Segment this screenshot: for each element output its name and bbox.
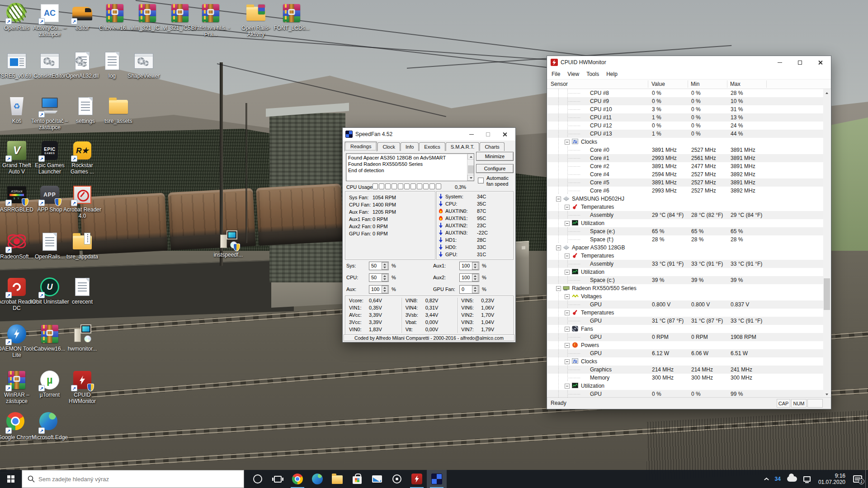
collapse-toggle[interactable]	[565, 294, 570, 299]
sensor-node-powers[interactable]: Powers	[547, 341, 823, 349]
sensor-node-fans[interactable]: Fans	[547, 325, 823, 333]
sensor-node-utilization[interactable]: Utilization	[547, 382, 823, 390]
desktop-icon-instspeedf-[interactable]: instspeedf...	[209, 230, 248, 258]
taskbar-icon-explorer[interactable]	[327, 470, 347, 488]
sensor-row-core-2[interactable]: Core #23891 MHz2477 MHz3891 MHz	[547, 162, 823, 170]
sensor-row-gpu[interactable]: GPU0.800 V0.800 V0.837 V	[547, 300, 823, 309]
sensor-row-cpu-11[interactable]: CPU #111 %0 %13 %	[547, 113, 823, 122]
vertical-scrollbar[interactable]	[823, 89, 830, 398]
taskbar-icon-mail[interactable]	[367, 470, 387, 488]
collapse-toggle[interactable]	[565, 253, 570, 258]
column-header-max[interactable]: Max	[730, 81, 741, 87]
action-center-icon[interactable]: 1	[850, 470, 865, 488]
minimize-app-button[interactable]: Minimize	[476, 152, 514, 161]
scrollbar-thumb[interactable]	[468, 165, 474, 174]
maximize-button[interactable]	[790, 56, 810, 69]
scroll-up-icon[interactable]	[823, 89, 830, 97]
desktop-icon-tsre-assets[interactable]: tsre_assets	[99, 96, 138, 124]
column-header-value[interactable]: Value	[651, 81, 665, 87]
collapse-toggle[interactable]	[565, 221, 570, 226]
sensor-node-radeon-rx550-550-series[interactable]: Radeon RX550/550 Series	[547, 284, 823, 292]
tab-charts[interactable]: Charts	[480, 142, 504, 151]
tab-readings[interactable]: Readings	[344, 141, 377, 151]
scrollbar-thumb[interactable]	[824, 278, 830, 310]
collapse-toggle[interactable]	[556, 197, 561, 202]
sensor-row-space-e-[interactable]: Space (e:)65 %65 %65 %	[547, 227, 823, 235]
spinner-updown-buttons[interactable]	[472, 274, 478, 282]
collapse-toggle[interactable]	[565, 140, 570, 145]
desktop-icon-rockstar-games-[interactable]: R★Rockstar Games ...	[63, 140, 102, 175]
taskbar-icon-hwmonitor[interactable]	[407, 470, 427, 488]
menu-view[interactable]: View	[564, 70, 583, 79]
sensor-row-assembly[interactable]: Assembly33 °C (91 °F)33 °C (91 °F)33 °C …	[547, 260, 823, 268]
search-input[interactable]	[38, 476, 219, 483]
desktop-icon-tsre-appdata[interactable]: tsre_appdata	[63, 231, 102, 260]
taskbar-icon-edge[interactable]	[307, 470, 327, 488]
sensor-row-core-0[interactable]: Core #03891 MHz2527 MHz3891 MHz	[547, 146, 823, 154]
start-button[interactable]	[0, 470, 22, 488]
desktop-icon-font-lcds-[interactable]: FONT_LCDs...	[272, 3, 311, 31]
taskbar-icon-chrome[interactable]	[288, 470, 307, 488]
taskbar-icon-ring[interactable]	[387, 470, 407, 488]
collapse-toggle[interactable]	[556, 286, 561, 291]
close-button[interactable]	[810, 56, 830, 69]
desktop-icon-shapeviewer[interactable]: ShapeViewer	[124, 51, 163, 79]
column-header-sensor[interactable]: Sensor	[551, 81, 568, 87]
desktop-icon-hwmonitor-[interactable]: hwmonitor...	[63, 324, 102, 352]
desktop-icon-bratislava-hl-s-pra-[interactable]: Bratislava hl.s. - Pra...	[191, 3, 230, 38]
tray-chevron-icon[interactable]	[761, 470, 772, 488]
desktop-icon-tento-po-ta-z-stupce[interactable]: Tento počítač – zástupce	[30, 96, 69, 131]
sensor-node-temperatures[interactable]: Temperatures	[547, 309, 823, 317]
sensor-node-clocks[interactable]: Clocks	[547, 357, 823, 366]
menu-help[interactable]: Help	[603, 70, 621, 79]
taskbar-icon-speedfan[interactable]	[427, 470, 447, 488]
sensor-row-cpu-12[interactable]: CPU #120 %0 %24 %	[547, 122, 823, 130]
tab-info[interactable]: Info	[401, 142, 419, 151]
spinner-updown-buttons[interactable]	[472, 286, 478, 293]
tab-exotics[interactable]: Exotics	[419, 142, 445, 151]
taskbar-icon-cortana[interactable]	[248, 470, 268, 488]
detection-log[interactable]: Found Apacer AS350 128GB on AdvSMARTFoun…	[346, 153, 474, 181]
close-button[interactable]	[495, 128, 515, 141]
sensor-row-core-6[interactable]: Core #62993 MHz2527 MHz3892 MHz	[547, 187, 823, 195]
collapse-toggle[interactable]	[565, 270, 570, 275]
sensor-row-cpu-13[interactable]: CPU #131 %0 %44 %	[547, 130, 823, 138]
sensor-row-gpu[interactable]: GPU6.12 W6.06 W6.51 W	[547, 349, 823, 357]
sensor-node-clocks[interactable]: Clocks	[547, 138, 823, 146]
collapse-toggle[interactable]	[556, 245, 561, 250]
sensor-row-memory[interactable]: Memory300 MHz300 MHz300 MHz	[547, 374, 823, 382]
sensor-row-cpu-10[interactable]: CPU #103 %0 %31 %	[547, 105, 823, 113]
sensor-row-space-c-[interactable]: Space (c:)39 %39 %39 %	[547, 276, 823, 284]
sensor-row-space-f-[interactable]: Space (f:)28 %28 %28 %	[547, 235, 823, 244]
tab-clock[interactable]: Clock	[377, 142, 400, 151]
automatic-fan-speed-checkbox[interactable]	[478, 178, 484, 183]
sensor-row-core-4[interactable]: Core #42594 MHz2527 MHz3892 MHz	[547, 170, 823, 178]
onedrive-cloud-icon[interactable]	[784, 470, 800, 488]
sensor-node-utilization[interactable]: Utilization	[547, 219, 823, 227]
desktop-icon-cpuid-hwmonitor[interactable]: CPUID HWMonitor	[63, 370, 102, 404]
show-desktop-button[interactable]	[865, 470, 868, 488]
sensor-row-graphics[interactable]: Graphics214 MHz214 MHz241 MHz	[547, 366, 823, 374]
log-scrollbar[interactable]	[467, 154, 474, 181]
taskbar-search[interactable]	[22, 470, 244, 488]
menu-tools[interactable]: Tools	[583, 70, 603, 79]
scroll-down-icon[interactable]	[467, 175, 474, 181]
desktop-icon-acrobat-reader-4-0[interactable]: Acrobat Reader 4.0	[63, 184, 102, 219]
sensor-row-cpu-8[interactable]: CPU #80 %0 %28 %	[547, 89, 823, 97]
taskbar-icon-store[interactable]	[347, 470, 367, 488]
sensor-row-gpu[interactable]: GPU0 RPM0 RPM1908 RPM	[547, 333, 823, 341]
scroll-up-icon[interactable]	[467, 154, 474, 160]
network-icon[interactable]	[800, 470, 814, 488]
collapse-toggle[interactable]	[565, 343, 570, 348]
collapse-toggle[interactable]	[565, 327, 570, 332]
sensor-node-utilization[interactable]: Utilization	[547, 268, 823, 276]
clock[interactable]: 9:16 01.07.2020	[814, 470, 850, 488]
sensor-node-temperatures[interactable]: Temperatures	[547, 203, 823, 211]
collapse-toggle[interactable]	[565, 310, 570, 315]
column-header-min[interactable]: Min	[691, 81, 699, 87]
sensor-row-assembly[interactable]: Assembly29 °C (84 °F)28 °C (82 °F)29 °C …	[547, 211, 823, 219]
configure-button[interactable]: Configure	[476, 164, 514, 173]
sensor-row-core-5[interactable]: Core #53891 MHz2527 MHz3891 MHz	[547, 178, 823, 187]
sensor-row-core-1[interactable]: Core #12993 MHz2561 MHz3891 MHz	[547, 154, 823, 162]
collapse-toggle[interactable]	[565, 205, 570, 210]
